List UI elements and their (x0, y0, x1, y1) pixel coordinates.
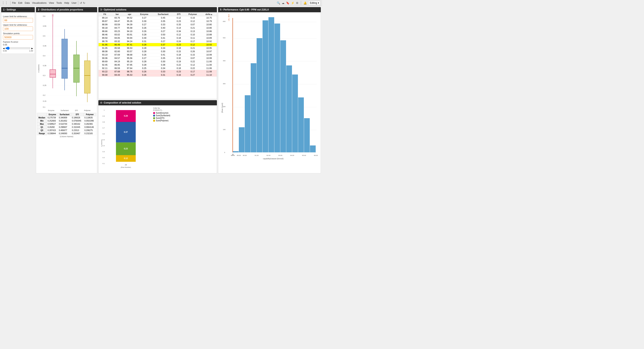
panel5-wrapper: 5 - Performance: Cpk 0.95 - PPM out 2191… (218, 7, 321, 173)
table-row[interactable]: 88.4683.0293.910.280.500.120.1010.88 (98, 33, 217, 36)
solutions-header-surfactant[interactable]: Surfactant (153, 13, 174, 16)
table-row[interactable]: 88.9983.5994.390.270.330.330.0710.80 (98, 23, 217, 26)
redo-icon[interactable]: ↻ (83, 2, 85, 5)
bar-91 (256, 38, 262, 152)
table-row[interactable]: 89.6984.1995.190.280.300.190.2211.00 (98, 60, 217, 63)
table-row[interactable]: 88.0882.6093.570.280.300.150.2610.97 (98, 50, 217, 53)
menu-view[interactable]: View (49, 2, 54, 4)
search-icon[interactable]: 🔍 (277, 2, 280, 5)
table-row[interactable]: 90.0084.4395.530.260.310.160.2711.10 (98, 73, 217, 77)
settings-icon[interactable]: ⚙ (296, 2, 298, 5)
svg-text:0.2: 0.2 (102, 157, 105, 159)
svg-text:0.9: 0.9 (102, 115, 105, 117)
svg-text:94.00: 94.00 (290, 155, 294, 156)
svg-text:0.12: 0.12 (124, 157, 128, 159)
panel5-title: 5 - Performance: Cpk 0.95 - PPM out 2191… (218, 7, 321, 12)
solutions-header-upr[interactable]: upr (124, 13, 136, 16)
svg-rect-32 (74, 55, 80, 82)
sim-points-input[interactable] (3, 35, 33, 40)
bar-92 (268, 17, 274, 152)
svg-text:capabilityDataset (binned): capabilityDataset (binned) (263, 158, 284, 160)
solutions-header-fit[interactable]: Fit (98, 13, 111, 16)
bar-89 (239, 127, 244, 152)
svg-text:4 columns: 4 columns (101, 140, 102, 147)
table-row[interactable]: 92.1186.5997.640.250.340.180.2211.06 (98, 67, 217, 70)
svg-text:1: 1 (104, 109, 105, 111)
svg-rect-28 (62, 39, 68, 79)
svg-text:0.28: 0.28 (124, 115, 128, 117)
performance-chart: (Row Count) LSL: 88.00 0 100 200 300 400… (220, 14, 319, 168)
menu-tools[interactable]: Tools (56, 2, 62, 4)
panel3-body[interactable]: FitlwruprEnzymeSurfactantDTIPolymerdelta… (98, 12, 217, 99)
svg-text:0.4: 0.4 (102, 145, 105, 147)
slider-left-arrow[interactable]: ◀ (3, 47, 4, 49)
legend-dti-label: Sum(DTI) (156, 117, 164, 119)
table-row[interactable]: 88.6683.2394.100.260.270.340.1310.86 (98, 30, 217, 33)
solutions-header-dti[interactable]: DTI (174, 13, 184, 16)
slider-right-arrow[interactable]: ▶ (32, 47, 33, 49)
stats-table: Enzyme Surfactant DTI Polymer Median0.27… (37, 113, 96, 135)
upper-limit-input[interactable] (3, 27, 33, 31)
table-row[interactable]: 90.0684.5795.560.270.350.320.0710.99 (98, 57, 217, 60)
svg-text:300: 300 (223, 83, 226, 85)
panel5-body: (Row Count) LSL: 88.00 0 100 200 300 400… (218, 12, 321, 173)
svg-text:0.1: 0.1 (102, 163, 105, 164)
table-row[interactable]: 89.8784.4795.260.300.350.230.1210.79 (98, 20, 217, 23)
composition-chart: 1 0.9 0.8 0.7 0.6 0.5 0.4 0.3 0.2 0.1 4 … (100, 107, 152, 168)
bell-icon[interactable]: 🔔 (304, 2, 307, 5)
stats-col-surfactant: Surfactant (58, 113, 71, 116)
menu-user[interactable]: User (72, 2, 76, 4)
legend-polymer-label: Sum(Polymer) (156, 120, 168, 122)
error-label: Factors % error: (3, 41, 33, 43)
table-row[interactable]: 91.9586.4997.410.280.370.230.1210.93 (98, 43, 217, 47)
editing-label: Editing (310, 2, 317, 4)
bar-90 (245, 95, 250, 152)
menu-file[interactable]: File (12, 2, 16, 4)
lower-limit-input[interactable] (3, 18, 33, 23)
svg-text:LSL: 88.00: LSL: 88.00 (228, 14, 230, 21)
table-row[interactable]: 92.4586.9597.950.280.380.220.1211.00 (98, 63, 217, 67)
svg-text:0.3: 0.3 (102, 151, 105, 153)
bar-955 (310, 145, 316, 152)
menu-visualizations[interactable]: Visualizations (32, 2, 46, 4)
slider-row: ◀ ▶ (3, 47, 33, 50)
table-row[interactable]: 88.7883.3294.240.310.270.240.1710.92 (98, 40, 217, 43)
solutions-header-lwr[interactable]: lwr (111, 13, 124, 16)
error-slider[interactable] (5, 47, 30, 50)
solutions-header-enzyme[interactable]: Enzyme (136, 13, 153, 16)
table-row[interactable]: 90.1884.7795.580.260.400.140.2110.80 (98, 26, 217, 30)
solutions-header-polymer[interactable]: Polymer (184, 13, 202, 16)
menu-edit[interactable]: Edit (18, 2, 22, 4)
list-item: Max0.5895270.5107440.3401620.282365 (37, 123, 96, 126)
filter-icon[interactable]: ⚡ (291, 2, 294, 5)
bar-95 (304, 118, 310, 152)
editing-badge[interactable]: Editing ▾ (308, 1, 320, 5)
boxplot-chart: 0.6 0.55 0.5 0.45 0.4 0.35 0.3 0.25 0.2 … (37, 13, 94, 112)
table-row[interactable]: 93.1987.6998.680.260.410.180.1510.99 (98, 53, 217, 57)
undo-icon[interactable]: ↺ (80, 2, 82, 5)
solutions-header-delta[interactable]: delta▲ (202, 13, 217, 16)
table-row[interactable]: 91.0585.5896.530.280.340.180.2110.95 (98, 47, 217, 50)
bookmark-icon[interactable]: 🔖 (286, 2, 290, 5)
svg-text:0.2: 0.2 (43, 94, 46, 96)
table-row[interactable]: 89.1483.7694.520.270.450.120.1610.75 (98, 16, 217, 20)
toolbar-right: 🔍 ☁ 🔖 ⚡ ⚙ 🔔 Editing ▾ (277, 1, 320, 5)
stats-col-dti: DTI (71, 113, 84, 116)
table-row[interactable]: 93.2287.6898.760.260.330.230.1711.08 (98, 70, 217, 73)
svg-text:500: 500 (223, 37, 226, 39)
menu-data[interactable]: Data (25, 2, 30, 4)
surfactant-color-dot (153, 115, 155, 117)
svg-text:0.7: 0.7 (102, 127, 105, 129)
drag-handle-icon[interactable]: ⋮⋮ (2, 1, 8, 5)
svg-text:0.6: 0.6 (102, 133, 105, 135)
cloud-icon[interactable]: ☁ (282, 2, 284, 5)
svg-text:Polymer: Polymer (84, 110, 90, 112)
svg-point-22 (52, 14, 53, 16)
svg-text:0.25: 0.25 (43, 84, 46, 86)
bar-935 (286, 65, 292, 152)
panel4-body: 1 0.9 0.8 0.7 0.6 0.5 0.4 0.3 0.2 0.1 4 … (98, 105, 217, 173)
sim-points-label: Simulation points: (3, 32, 33, 35)
table-row[interactable]: 89.5084.0594.940.300.410.180.1110.89 (98, 36, 217, 40)
menu-help[interactable]: Help (64, 2, 69, 4)
svg-text:(Row Number): (Row Number) (121, 166, 131, 168)
